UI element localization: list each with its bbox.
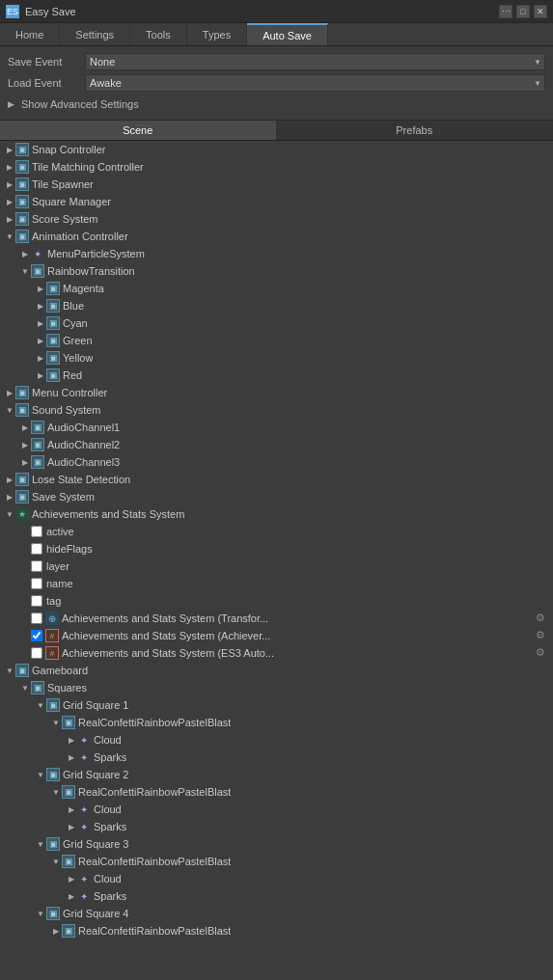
gear-icon-achievements-achiever[interactable]: ⚙ — [536, 629, 549, 642]
expand-arrow-rainbow-transition[interactable]: ▼ — [19, 265, 31, 277]
save-event-select-wrapper[interactable]: None — [85, 53, 545, 70]
expand-arrow-cyan[interactable]: ▶ — [35, 317, 46, 329]
tree-item-grid-square-4[interactable]: ▼▣Grid Square 4 — [0, 905, 553, 922]
expand-arrow-achievements-stats[interactable]: ▼ — [4, 508, 15, 520]
expand-arrow-grid-square-2[interactable]: ▼ — [35, 769, 46, 780]
expand-arrow-real-confetti-2[interactable]: ▼ — [50, 786, 62, 798]
tree-item-achievements-stats[interactable]: ▼★Achievements and Stats System — [0, 505, 553, 523]
tree-item-cloud-3[interactable]: ▶✦Cloud — [0, 870, 553, 887]
expand-arrow-save-system[interactable]: ▶ — [4, 491, 15, 503]
tree-item-audio-channel-2[interactable]: ▶▣AudioChannel2 — [0, 436, 553, 453]
tree-item-score-system[interactable]: ▶▣Score System — [0, 210, 553, 228]
expand-arrow-audio-channel-2[interactable]: ▶ — [19, 439, 31, 450]
expand-arrow-sparks-3[interactable]: ▶ — [66, 890, 77, 902]
tree-item-grid-square-1[interactable]: ▼▣Grid Square 1 — [0, 696, 553, 714]
tree-item-cb-hideFlags[interactable]: hideFlags — [0, 540, 553, 558]
expand-arrow-gameboard[interactable]: ▼ — [4, 665, 15, 676]
expand-arrow-animation-controller[interactable]: ▼ — [4, 231, 15, 242]
tree-item-audio-channel-3[interactable]: ▶▣AudioChannel3 — [0, 453, 553, 471]
tree-item-sound-system[interactable]: ▼▣Sound System — [0, 401, 553, 419]
window-controls[interactable]: ⋯ □ ✕ — [499, 5, 547, 18]
tree-item-red[interactable]: ▶▣Red — [0, 367, 553, 384]
expand-arrow-red[interactable]: ▶ — [35, 369, 46, 381]
tree-item-real-confetti-4[interactable]: ▶▣RealConfettiRainbowPastelBlast — [0, 922, 553, 939]
tree-item-grid-square-2[interactable]: ▼▣Grid Square 2 — [0, 766, 553, 783]
tree-item-square-manager[interactable]: ▶▣Square Manager — [0, 193, 553, 210]
tree-item-yellow[interactable]: ▶▣Yellow — [0, 349, 553, 367]
tree-item-menu-controller[interactable]: ▶▣Menu Controller — [0, 384, 553, 401]
gear-icon-achievements-es3auto[interactable]: ⚙ — [536, 646, 549, 660]
checkbox-cb-tag[interactable] — [31, 595, 42, 607]
tree-item-sparks-2[interactable]: ▶✦Sparks — [0, 818, 553, 835]
expand-arrow-sparks-2[interactable]: ▶ — [66, 821, 77, 832]
expand-arrow-real-confetti-1[interactable]: ▼ — [50, 717, 62, 728]
tab-home[interactable]: Home — [0, 23, 60, 45]
tree-item-menu-particle-system[interactable]: ▶✦MenuParticleSystem — [0, 245, 553, 262]
tree-item-audio-channel-1[interactable]: ▶▣AudioChannel1 — [0, 419, 553, 436]
tree-item-cb-tag[interactable]: tag — [0, 592, 553, 610]
close-button[interactable]: ✕ — [534, 5, 547, 18]
tree-item-snap-controller[interactable]: ▶▣Snap Controller — [0, 141, 553, 158]
row-checkbox-achievements-transform[interactable] — [31, 612, 42, 624]
row-checkbox-achievements-es3auto[interactable] — [31, 647, 42, 659]
tree-item-real-confetti-3[interactable]: ▼▣RealConfettiRainbowPastelBlast — [0, 853, 553, 870]
tree-item-cb-active[interactable]: active — [0, 523, 553, 540]
tree-item-green[interactable]: ▶▣Green — [0, 332, 553, 349]
expand-arrow-grid-square-1[interactable]: ▼ — [35, 699, 46, 711]
tab-types[interactable]: Types — [187, 23, 247, 45]
advanced-row[interactable]: ▶ Show Advanced Settings — [8, 95, 545, 114]
tree-item-squares[interactable]: ▼▣Squares — [0, 679, 553, 696]
tree-item-achievements-es3auto[interactable]: #Achievements and Stats System (ES3 Auto… — [0, 644, 553, 662]
expand-arrow-square-manager[interactable]: ▶ — [4, 196, 15, 207]
expand-arrow-real-confetti-3[interactable]: ▼ — [50, 856, 62, 867]
expand-arrow-green[interactable]: ▶ — [35, 335, 46, 346]
tree-item-tile-spawner[interactable]: ▶▣Tile Spawner — [0, 176, 553, 193]
expand-arrow-squares[interactable]: ▼ — [19, 682, 31, 694]
checkbox-wrapper-cb-name[interactable]: name — [31, 575, 553, 592]
maximize-button[interactable]: □ — [516, 5, 530, 18]
expand-arrow-grid-square-4[interactable]: ▼ — [35, 908, 46, 919]
gear-icon-achievements-transform[interactable]: ⚙ — [536, 612, 549, 625]
prefabs-tab[interactable]: Prefabs — [277, 121, 554, 140]
expand-arrow-cloud-1[interactable]: ▶ — [66, 734, 77, 746]
expand-arrow-grid-square-3[interactable]: ▼ — [35, 838, 46, 850]
tree-item-achievements-achiever[interactable]: #Achievements and Stats System (Achiever… — [0, 627, 553, 644]
checkbox-wrapper-cb-hideFlags[interactable]: hideFlags — [31, 540, 553, 558]
tree-item-cloud-1[interactable]: ▶✦Cloud — [0, 731, 553, 749]
expand-arrow-yellow[interactable]: ▶ — [35, 352, 46, 364]
checkbox-wrapper-cb-active[interactable]: active — [31, 523, 553, 540]
tree-item-cb-layer[interactable]: layer — [0, 558, 553, 575]
checkbox-cb-active[interactable] — [31, 526, 42, 537]
expand-arrow-cloud-3[interactable]: ▶ — [66, 873, 77, 885]
tree-item-save-system[interactable]: ▶▣Save System — [0, 488, 553, 505]
tree-container[interactable]: ▶▣Snap Controller▶▣Tile Matching Control… — [0, 141, 553, 980]
tree-item-lose-state-detection[interactable]: ▶▣Lose State Detection — [0, 471, 553, 488]
tree-item-magenta[interactable]: ▶▣Magenta — [0, 280, 553, 297]
checkbox-cb-name[interactable] — [31, 578, 42, 589]
scene-tab[interactable]: Scene — [0, 121, 277, 140]
row-checkbox-achievements-achiever[interactable] — [31, 630, 42, 641]
tab-tools[interactable]: Tools — [130, 23, 187, 45]
tree-item-animation-controller[interactable]: ▼▣Animation Controller — [0, 228, 553, 245]
tree-item-achievements-transform[interactable]: ⊕Achievements and Stats System (Transfor… — [0, 610, 553, 627]
expand-arrow-cloud-2[interactable]: ▶ — [66, 803, 77, 815]
minimize-button[interactable]: ⋯ — [499, 5, 512, 18]
advanced-label[interactable]: Show Advanced Settings — [21, 98, 139, 110]
tree-item-cb-name[interactable]: name — [0, 575, 553, 592]
expand-arrow-real-confetti-4[interactable]: ▶ — [50, 925, 62, 937]
expand-arrow-audio-channel-1[interactable]: ▶ — [19, 422, 31, 433]
expand-arrow-tile-matching-controller[interactable]: ▶ — [4, 161, 15, 173]
tree-item-rainbow-transition[interactable]: ▼▣RainbowTransition — [0, 262, 553, 280]
tree-item-sparks-1[interactable]: ▶✦Sparks — [0, 749, 553, 766]
tree-item-sparks-3[interactable]: ▶✦Sparks — [0, 887, 553, 905]
expand-arrow-menu-controller[interactable]: ▶ — [4, 387, 15, 398]
expand-arrow-snap-controller[interactable]: ▶ — [4, 144, 15, 155]
expand-arrow-sparks-1[interactable]: ▶ — [66, 751, 77, 763]
checkbox-cb-hideFlags[interactable] — [31, 543, 42, 555]
checkbox-cb-layer[interactable] — [31, 560, 42, 572]
tree-item-real-confetti-1[interactable]: ▼▣RealConfettiRainbowPastelBlast — [0, 714, 553, 731]
tree-item-tile-matching-controller[interactable]: ▶▣Tile Matching Controller — [0, 158, 553, 176]
checkbox-wrapper-cb-layer[interactable]: layer — [31, 558, 553, 575]
expand-arrow-sound-system[interactable]: ▼ — [4, 404, 15, 416]
tree-item-blue[interactable]: ▶▣Blue — [0, 297, 553, 314]
